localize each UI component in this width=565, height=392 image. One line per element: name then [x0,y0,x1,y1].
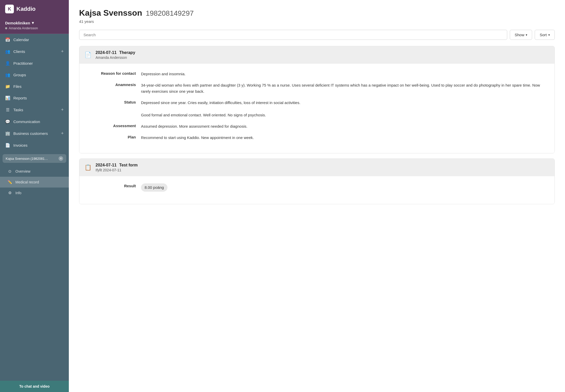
record-date: 2024-07-11 [96,50,117,55]
groups-icon: 👥 [5,72,10,77]
clients-icon: 👥 [5,49,10,54]
record-field-label: Anamnesis [90,82,136,87]
sidebar-item-label: Clients [13,49,25,54]
sort-chevron-icon: ▾ [548,33,550,37]
record-field-value: 34-year-old woman who lives with partner… [141,82,544,95]
sidebar-item-label: Reports [13,96,27,100]
sidebar-item-groups[interactable]: 👥 Groups [0,69,69,81]
record-field-value: Assumed depression. More assessment need… [141,123,544,129]
business-customers-icon: 🏢 [5,131,10,136]
record-body-test-form-record: Result8.00 poäng [79,176,554,204]
tasks-icon: ☰ [5,107,10,112]
record-field-value: 8.00 poäng [141,183,544,192]
clinic-user: Amanda Andersson [5,26,64,30]
communication-icon: 💬 [5,119,10,124]
info-icon: ⚙ [7,191,12,195]
sub-nav-medical-record[interactable]: ✏️ Medical record [0,177,69,188]
calendar-icon: 📅 [5,37,10,42]
chat-video-button[interactable]: To chat and video [0,381,69,392]
record-type-icon: 📋 [84,164,91,171]
sidebar-item-communication[interactable]: 💬 Communication [0,116,69,127]
sidebar-item-label: Business customers [13,131,48,136]
sidebar-item-label: Calendar [13,38,29,42]
clinic-name[interactable]: Demokliniken ▾ [5,21,64,25]
record-field-row: Anamnesis34-year-old woman who lives wit… [90,82,544,95]
sub-nav-label: Info [15,191,21,195]
user-status-dot [5,27,7,29]
record-field-label: Assessment [90,123,136,128]
clinic-section: Demokliniken ▾ Amanda Andersson [0,18,69,34]
patient-sub-nav: ⊙ Overview ✏️ Medical record ⚙ Info [0,166,69,198]
sub-nav-info[interactable]: ⚙ Info [0,188,69,198]
record-field-label: Reason for contact [90,71,136,76]
sub-nav-overview[interactable]: ⊙ Overview [0,166,69,177]
patient-tab[interactable]: Kajsa Svensson (1982081… × [3,154,66,163]
record-field-row: StatusDepressed since one year. Cries ea… [90,100,544,118]
sidebar-item-label: Invoices [13,143,27,147]
sidebar-item-label: Communication [13,119,40,124]
record-field-row: PlanRecommend to start using Kaddio. New… [90,135,544,141]
add-tasks-icon[interactable]: + [61,107,64,113]
record-header-info: 2024-07-11 Test form Ifyllt 2024-07-11 [96,163,138,172]
record-field-value: Depressed since one year. Cries easily, … [141,100,544,118]
record-field-value: Depression and insomnia. [141,71,544,77]
record-date: 2024-07-11 [96,163,117,167]
record-type: Therapy [119,50,135,55]
sidebar-item-label: Tasks [13,108,23,112]
record-type: Test form [119,163,138,167]
overview-icon: ⊙ [7,169,12,174]
record-field-label: Result [90,183,136,188]
sidebar-item-reports[interactable]: 📊 Reports [0,92,69,104]
sidebar-item-practitioner[interactable]: 👤 Practitioner [0,58,69,69]
medical-record-icon: ✏️ [7,180,12,184]
record-type-icon: 📄 [84,52,91,58]
nav-menu: 📅 Calendar 👥 Clients + 👤 Practitioner 👥 … [0,34,69,151]
sidebar-item-business-customers[interactable]: 🏢 Business customers + [0,127,69,139]
record-field-row: Reason for contactDepression and insomni… [90,71,544,77]
logo[interactable]: K Kaddio [0,0,69,18]
search-bar: Show ▾ Sort ▾ [79,30,555,40]
record-therapy-record: 📄 2024-07-11 Therapy Amanda Andersson Re… [79,46,555,153]
record-field-row: Result8.00 poäng [90,183,544,192]
record-field-row: AssessmentAssumed depression. More asses… [90,123,544,129]
record-field-value: Recommend to start using Kaddio. New app… [141,135,544,141]
sidebar-item-files[interactable]: 📁 Files [0,81,69,92]
patient-tab-close[interactable]: × [59,156,63,161]
record-header-info: 2024-07-11 Therapy Amanda Andersson [96,50,135,60]
sidebar-item-clients[interactable]: 👥 Clients + [0,45,69,58]
practitioner-icon: 👤 [5,61,10,66]
sidebar-item-label: Groups [13,73,26,77]
patient-name: Kajsa Svensson [79,8,142,18]
show-button[interactable]: Show ▾ [510,30,532,40]
add-clients-icon[interactable]: + [61,49,64,54]
add-business-customers-icon[interactable]: + [61,131,64,136]
record-field-label: Plan [90,135,136,139]
invoices-icon: 📄 [5,143,10,148]
app-name: Kaddio [16,6,36,12]
patient-header: Kajsa Svensson 198208149297 41 years [79,8,555,24]
sidebar: K Kaddio Demokliniken ▾ Amanda Andersson… [0,0,69,392]
record-field-label: Status [90,100,136,104]
main-content: Kajsa Svensson 198208149297 41 years Sho… [69,0,565,392]
sort-button[interactable]: Sort ▾ [535,30,555,40]
record-header-test-form-record[interactable]: 📋 2024-07-11 Test form Ifyllt 2024-07-11 [79,159,554,176]
records-list: 📄 2024-07-11 Therapy Amanda Andersson Re… [79,46,555,204]
search-input[interactable] [79,30,507,40]
sidebar-item-label: Files [13,84,22,89]
sidebar-item-label: Practitioner [13,61,33,66]
sidebar-item-calendar[interactable]: 📅 Calendar [0,34,69,45]
chevron-down-icon: ▾ [32,21,34,25]
patient-age: 41 years [79,19,555,24]
patient-name-row: Kajsa Svensson 198208149297 [79,8,555,18]
sidebar-item-tasks[interactable]: ☰ Tasks + [0,104,69,116]
files-icon: 📁 [5,84,10,89]
record-header-therapy-record[interactable]: 📄 2024-07-11 Therapy Amanda Andersson [79,46,554,64]
sidebar-item-invoices[interactable]: 📄 Invoices [0,139,69,151]
result-badge: 8.00 poäng [141,183,167,192]
record-body-therapy-record: Reason for contactDepression and insomni… [79,64,554,153]
show-chevron-icon: ▾ [526,33,527,37]
sub-nav-label: Medical record [15,180,39,184]
patient-id: 198208149297 [146,9,194,17]
record-author: Ifyllt 2024-07-11 [96,168,138,172]
reports-icon: 📊 [5,96,10,100]
